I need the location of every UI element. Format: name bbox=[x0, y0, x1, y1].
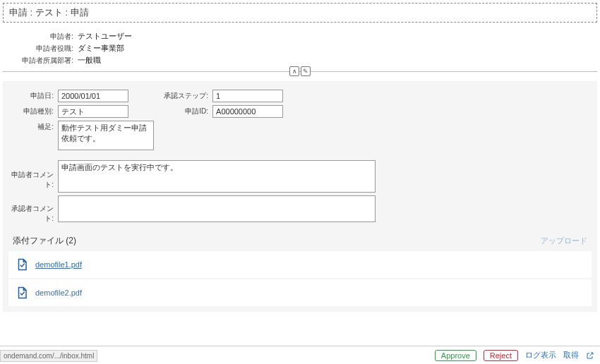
file-link[interactable]: demofile2.pdf bbox=[35, 289, 82, 297]
approver-comment-label: 承認者コメント: bbox=[8, 195, 58, 224]
step-field[interactable] bbox=[212, 90, 283, 102]
log-link[interactable]: ログ表示 bbox=[525, 350, 556, 360]
file-link[interactable]: demofile1.pdf bbox=[35, 260, 82, 269]
approve-button[interactable]: Approve bbox=[435, 350, 476, 361]
upload-link[interactable]: アップロード bbox=[541, 236, 587, 246]
reject-button[interactable]: Reject bbox=[484, 350, 518, 361]
pin-icon[interactable]: ✎ bbox=[301, 66, 311, 76]
dept-value: 一般職 bbox=[78, 55, 101, 66]
status-url: ondemand.com/.../inbox.html bbox=[0, 350, 97, 362]
file-icon bbox=[16, 258, 28, 271]
claim-link[interactable]: 取得 bbox=[563, 350, 579, 360]
applicant-label: 申請者: bbox=[0, 32, 78, 42]
type-label: 申請種別: bbox=[8, 107, 58, 116]
open-external-icon[interactable] bbox=[586, 351, 594, 360]
form-area: 申請日: 申請種別: 補足: 承認ステップ: 申請ID: 申請者コメ bbox=[3, 81, 597, 312]
note-label: 補足: bbox=[8, 121, 58, 132]
applicant-value: テストユーザー bbox=[78, 31, 132, 42]
note-field[interactable] bbox=[58, 121, 154, 150]
role-label: 申請者役職: bbox=[0, 44, 78, 54]
id-field[interactable] bbox=[212, 105, 283, 118]
file-row: demofile2.pdf bbox=[8, 279, 592, 306]
file-row: demofile1.pdf bbox=[8, 251, 592, 278]
dept-label: 申請者所属部署: bbox=[0, 56, 78, 66]
date-label: 申請日: bbox=[8, 91, 58, 101]
page-title: 申請 : テスト : 申請 bbox=[3, 3, 597, 23]
id-label: 申請ID: bbox=[163, 107, 212, 116]
applicant-comment-label: 申請者コメント: bbox=[8, 160, 58, 190]
applicant-comment-field[interactable] bbox=[58, 160, 376, 193]
footer-bar: ondemand.com/.../inbox.html Approve Reje… bbox=[0, 346, 600, 364]
section-divider: ∧ ✎ bbox=[3, 71, 597, 81]
step-label: 承認ステップ: bbox=[163, 91, 212, 101]
file-icon bbox=[16, 286, 28, 299]
collapse-icon[interactable]: ∧ bbox=[289, 66, 299, 76]
type-field[interactable] bbox=[58, 105, 128, 118]
attachments-title: 添付ファイル (2) bbox=[13, 235, 76, 247]
role-value: ダミー事業部 bbox=[78, 43, 124, 54]
attachments-section: 添付ファイル (2) アップロード demofile1.pdf demofile… bbox=[8, 232, 592, 306]
applicant-info-block: 申請者: テストユーザー 申請者役職: ダミー事業部 申請者所属部署: 一般職 bbox=[0, 31, 600, 66]
approver-comment-field[interactable] bbox=[58, 195, 376, 222]
date-field[interactable] bbox=[58, 90, 128, 102]
